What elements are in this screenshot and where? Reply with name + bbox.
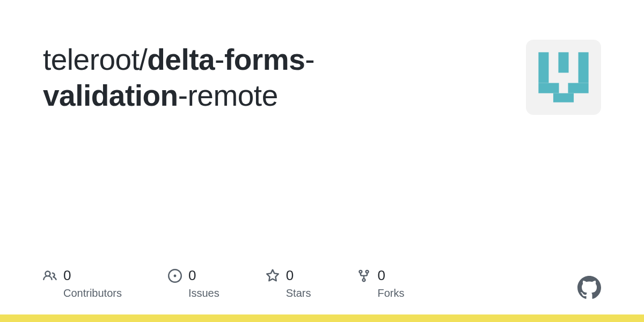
avatar-identicon-icon <box>535 49 592 106</box>
issue-icon <box>168 269 182 283</box>
accent-segment <box>0 314 644 322</box>
svg-rect-4 <box>568 83 588 93</box>
forks-label: Forks <box>377 287 404 299</box>
svg-rect-3 <box>579 52 589 83</box>
stars-label: Stars <box>286 287 311 299</box>
stat-stars[interactable]: 0 Stars <box>266 267 311 299</box>
stat-issues[interactable]: 0 Issues <box>168 267 219 299</box>
star-icon <box>266 269 280 283</box>
issues-label: Issues <box>188 287 219 299</box>
language-accent-bar <box>0 314 644 322</box>
repo-avatar[interactable] <box>526 40 601 115</box>
stars-count: 0 <box>286 267 294 284</box>
stat-forks[interactable]: 0 Forks <box>357 267 404 299</box>
forks-count: 0 <box>377 267 385 284</box>
svg-rect-0 <box>538 52 548 83</box>
repo-title: teleroot/delta-forms-validation-remote <box>43 42 451 114</box>
fork-icon <box>357 269 371 283</box>
svg-rect-2 <box>558 52 568 72</box>
repo-owner[interactable]: teleroot <box>43 43 139 76</box>
people-icon <box>43 269 57 283</box>
path-separator: / <box>139 43 147 76</box>
contributors-label: Contributors <box>63 287 122 299</box>
contributors-count: 0 <box>63 267 71 284</box>
svg-rect-5 <box>553 93 574 103</box>
issues-count: 0 <box>188 267 196 284</box>
github-logo-icon[interactable] <box>577 276 601 299</box>
repo-stats: 0 Contributors 0 Issues 0 <box>43 267 404 299</box>
svg-rect-1 <box>538 83 559 93</box>
stat-contributors[interactable]: 0 Contributors <box>43 267 122 299</box>
